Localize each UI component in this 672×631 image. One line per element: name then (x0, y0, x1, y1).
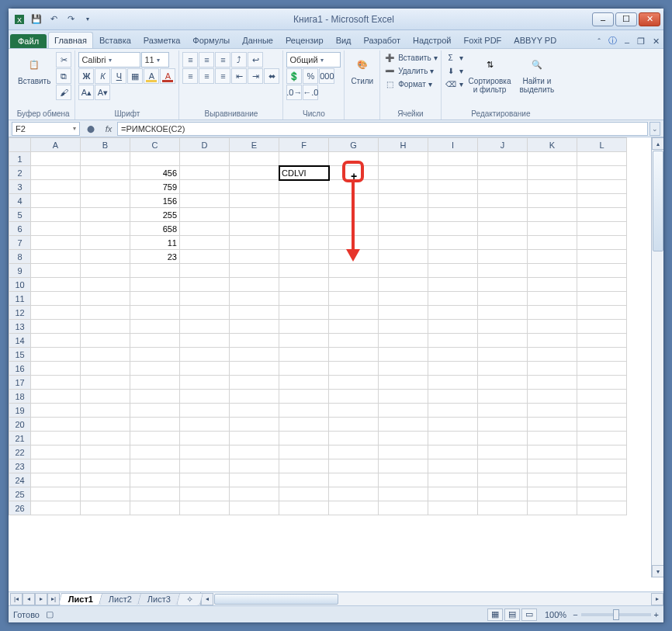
cell-I21[interactable] (428, 432, 478, 446)
cell-B13[interactable] (81, 320, 130, 334)
cell-J6[interactable] (478, 222, 528, 236)
cell-E15[interactable] (230, 348, 279, 362)
cell-L2[interactable] (577, 166, 627, 180)
cell-H10[interactable] (379, 278, 428, 292)
cell-I8[interactable] (428, 250, 478, 264)
cell-D25[interactable] (180, 487, 230, 501)
redo-icon[interactable]: ↷ (63, 12, 78, 27)
cell-C17[interactable] (130, 376, 180, 390)
row-header-11[interactable]: 11 (9, 292, 31, 306)
cell-I22[interactable] (428, 446, 478, 459)
row-header-18[interactable]: 18 (9, 390, 31, 404)
cell-J19[interactable] (478, 404, 528, 418)
cell-C2[interactable]: 456 (130, 166, 180, 180)
cell-L12[interactable] (577, 306, 627, 320)
cell-I7[interactable] (428, 236, 478, 250)
cell-C23[interactable] (130, 459, 180, 473)
cell-I20[interactable] (428, 418, 478, 432)
cut-icon[interactable]: ✂ (56, 52, 71, 68)
cell-J12[interactable] (478, 306, 528, 320)
cell-C1[interactable] (130, 152, 180, 166)
paste-button[interactable]: 📋 Вставить (15, 52, 54, 87)
cell-L6[interactable] (577, 222, 627, 236)
cell-K22[interactable] (528, 446, 577, 459)
row-header-2[interactable]: 2 (9, 166, 31, 180)
row-header-1[interactable]: 1 (9, 152, 31, 166)
cell-L3[interactable] (577, 180, 627, 194)
cell-C8[interactable]: 23 (130, 250, 180, 264)
cell-G4[interactable] (329, 194, 379, 208)
cell-K26[interactable] (528, 501, 577, 515)
cell-K1[interactable] (528, 152, 577, 166)
cell-G18[interactable] (329, 390, 379, 404)
scroll-down-icon[interactable]: ▾ (652, 565, 663, 577)
cell-D5[interactable] (180, 208, 230, 222)
cell-G12[interactable] (329, 306, 379, 320)
cell-C15[interactable] (130, 348, 180, 362)
col-header-C[interactable]: C (130, 138, 180, 152)
cell-H15[interactable] (379, 348, 428, 362)
cell-G23[interactable] (329, 459, 379, 473)
formula-input[interactable]: =РИМСКОЕ(C2) (117, 122, 648, 136)
cell-L23[interactable] (577, 459, 627, 473)
cell-D3[interactable] (180, 180, 230, 194)
cell-J3[interactable] (478, 180, 528, 194)
cell-F26[interactable] (279, 501, 329, 515)
cell-F17[interactable] (279, 376, 329, 390)
cell-L26[interactable] (577, 501, 627, 515)
cell-I12[interactable] (428, 306, 478, 320)
cell-B17[interactable] (81, 376, 130, 390)
find-select-button[interactable]: 🔍 Найти и выделить (516, 52, 557, 95)
autosum-button[interactable]: Σ▾ (445, 52, 463, 63)
cell-K5[interactable] (528, 208, 577, 222)
cell-F15[interactable] (279, 348, 329, 362)
row-header-9[interactable]: 9 (9, 264, 31, 278)
cell-B10[interactable] (81, 278, 130, 292)
cell-G8[interactable] (329, 250, 379, 264)
cell-H24[interactable] (379, 473, 428, 487)
cell-H17[interactable] (379, 376, 428, 390)
decrease-decimal-icon[interactable]: ←.0 (303, 85, 318, 100)
cell-F10[interactable] (279, 278, 329, 292)
qat-dropdown-icon[interactable]: ▾ (80, 12, 95, 27)
cell-L16[interactable] (577, 362, 627, 376)
cell-I14[interactable] (428, 334, 478, 348)
cell-E6[interactable] (230, 222, 279, 236)
cell-L22[interactable] (577, 446, 627, 459)
tab-home[interactable]: Главная (48, 32, 93, 48)
cell-L15[interactable] (577, 348, 627, 362)
cell-A17[interactable] (31, 376, 81, 390)
cell-D12[interactable] (180, 306, 230, 320)
cell-G10[interactable] (329, 278, 379, 292)
cell-B18[interactable] (81, 390, 130, 404)
align-center-icon[interactable]: ≡ (199, 68, 214, 84)
cell-F21[interactable] (279, 432, 329, 446)
col-header-I[interactable]: I (428, 138, 478, 152)
cell-E14[interactable] (230, 334, 279, 348)
cell-C19[interactable] (130, 404, 180, 418)
cell-L7[interactable] (577, 236, 627, 250)
cell-G9[interactable] (329, 264, 379, 278)
cell-G21[interactable] (329, 432, 379, 446)
row-header-12[interactable]: 12 (9, 306, 31, 320)
cell-H5[interactable] (379, 208, 428, 222)
decrease-indent-icon[interactable]: ⇤ (231, 68, 247, 84)
cell-E3[interactable] (230, 180, 279, 194)
cell-F19[interactable] (279, 404, 329, 418)
cell-E21[interactable] (230, 432, 279, 446)
cell-J15[interactable] (478, 348, 528, 362)
cell-E2[interactable] (230, 166, 279, 180)
cell-L8[interactable] (577, 250, 627, 264)
cell-A20[interactable] (31, 418, 81, 432)
cell-K11[interactable] (528, 292, 577, 306)
cell-F7[interactable] (279, 236, 329, 250)
cell-E25[interactable] (230, 487, 279, 501)
cell-A11[interactable] (31, 292, 81, 306)
row-header-19[interactable]: 19 (9, 404, 31, 418)
cell-C10[interactable] (130, 278, 180, 292)
merge-cells-icon[interactable]: ⬌ (264, 68, 279, 84)
cell-F9[interactable] (279, 264, 329, 278)
cell-D7[interactable] (180, 236, 230, 250)
cell-G2[interactable] (329, 166, 379, 180)
cell-E4[interactable] (230, 194, 279, 208)
